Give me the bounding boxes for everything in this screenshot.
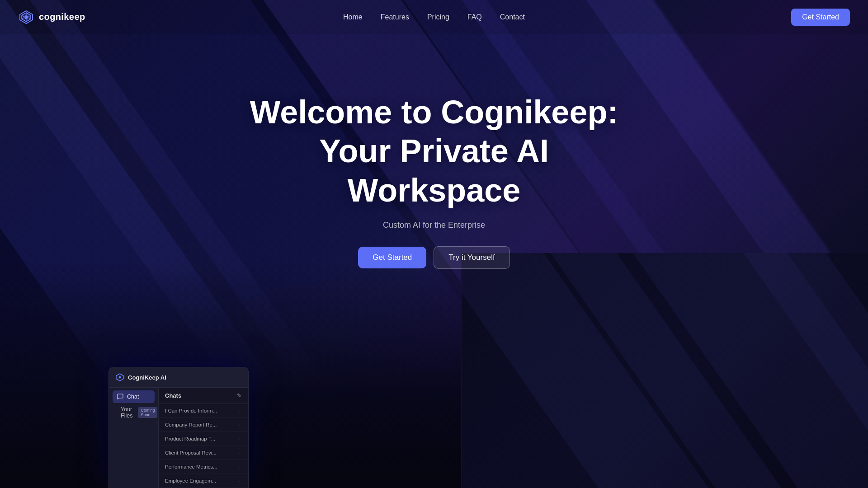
chats-header: Chats ✎ — [159, 388, 248, 404]
nav-item-chat-label: Chat — [127, 394, 139, 400]
nav-item-files[interactable]: Your Files Coming Soon — [113, 403, 155, 422]
chats-title: Chats — [165, 392, 181, 399]
chat-item-4[interactable]: Performance Metrics... ··· — [159, 460, 248, 474]
app-sidebar-header: CogniKeep AI — [109, 367, 248, 388]
chat-item-0[interactable]: I Can Provide Inform... ··· — [159, 404, 248, 418]
svg-point-1 — [119, 376, 121, 379]
nav-home[interactable]: Home — [343, 13, 363, 21]
chat-item-2[interactable]: Product Roadmap F... ··· — [159, 432, 248, 446]
chat-item-5-dots[interactable]: ··· — [237, 478, 242, 484]
app-sidebar: Chat Your Files Coming Soon — [109, 388, 159, 488]
chat-icon — [117, 394, 123, 400]
nav-links: Home Features Pricing FAQ Contact — [343, 13, 525, 21]
right-dark-panel — [461, 253, 868, 488]
chats-panel: Chat Your Files Coming Soon Chats ✎ I Ca… — [109, 388, 248, 488]
hero-try-yourself-button[interactable]: Try it Yourself — [434, 246, 509, 269]
chats-col: Chats ✎ I Can Provide Inform... ··· Comp… — [159, 388, 248, 488]
coming-soon-badge: Coming Soon — [138, 407, 157, 418]
brand-name: cognikeep — [39, 12, 85, 22]
hero-get-started-button[interactable]: Get Started — [358, 247, 426, 268]
chat-item-3[interactable]: Client Proposal Revi... ··· — [159, 446, 248, 460]
app-nav-items: Chat Your Files Coming Soon — [109, 388, 158, 425]
hero-subtitle: Custom AI for the Enterprise — [383, 221, 485, 230]
app-brand-name: CogniKeep AI — [128, 374, 166, 381]
chats-edit-icon[interactable]: ✎ — [237, 392, 242, 399]
nav-item-files-label: Your Files — [121, 406, 132, 419]
chat-item-5[interactable]: Employee Engagem... ··· — [159, 474, 248, 488]
nav-features[interactable]: Features — [381, 13, 409, 21]
chat-item-1-dots[interactable]: ··· — [237, 422, 242, 428]
chat-item-3-dots[interactable]: ··· — [237, 450, 242, 456]
svg-point-0 — [24, 15, 28, 19]
nav-faq[interactable]: FAQ — [467, 13, 482, 21]
app-logo-icon — [115, 373, 124, 382]
hero-section: Welcome to Cognikeep: Your Private AI Wo… — [0, 34, 868, 269]
chat-item-0-dots[interactable]: ··· — [237, 408, 242, 414]
chat-item-1[interactable]: Company Report Re... ··· — [159, 418, 248, 432]
nav-get-started-button[interactable]: Get Started — [791, 9, 850, 26]
nav-contact[interactable]: Contact — [500, 13, 525, 21]
chat-item-2-dots[interactable]: ··· — [237, 436, 242, 442]
chat-item-4-dots[interactable]: ··· — [237, 464, 242, 470]
navbar: cognikeep Home Features Pricing FAQ Cont… — [0, 0, 868, 34]
app-preview: CogniKeep AI Chat Your Files Coming Soon — [108, 367, 249, 488]
hero-buttons: Get Started Try it Yourself — [358, 246, 509, 269]
nav-item-chat[interactable]: Chat — [113, 390, 155, 403]
hero-title: Welcome to Cognikeep: Your Private AI Wo… — [231, 93, 637, 210]
logo[interactable]: cognikeep — [18, 9, 85, 25]
logo-icon — [18, 9, 34, 25]
nav-pricing[interactable]: Pricing — [427, 13, 449, 21]
